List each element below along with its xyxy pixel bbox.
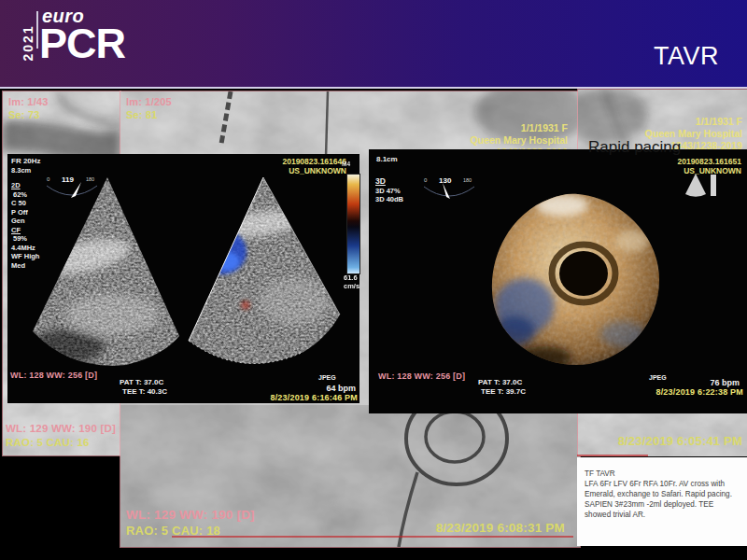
- logo-divider: [36, 11, 38, 49]
- heart-rate: 64 bpm: [326, 384, 356, 393]
- echo-left-frame-rate: FR 20Hz: [11, 157, 41, 166]
- fluoro-left-series: Se: 73: [8, 109, 40, 120]
- fluoro-center-window-level: WL: 129 WW: 190 [D]: [126, 508, 255, 522]
- echo-right-settings: 3D 3D 47% 3D 40dB: [375, 177, 403, 204]
- angle-max: 180: [463, 177, 472, 183]
- logo-year: 2021: [21, 17, 35, 69]
- angle-value: 130: [439, 176, 452, 185]
- ultrasound-sectors: [19, 173, 344, 380]
- notes-line: SAPIEN 3#23mm -2ml deployed. TEE: [585, 499, 741, 510]
- heart-rate: 76 bpm: [710, 378, 740, 387]
- dynamic-range-3d: 3D 40dB: [375, 195, 403, 204]
- fluoro-left-window-level: WL: 129 WW: 190 [D]: [6, 423, 116, 434]
- mode-3d-label: 3D: [375, 177, 403, 187]
- echo-right-timestamp: 8/23/2019 6:22:38 PM: [655, 387, 743, 397]
- tee-temp: TEE T: 39.7C: [481, 387, 526, 396]
- fluoro-right-timestamp: 8/23/2019 6:05:41 PM: [618, 434, 742, 448]
- patient-hospital: Queen Mary Hospital: [471, 134, 568, 147]
- angle-min: 0: [424, 177, 428, 183]
- patient-temp: PAT T: 37.0C: [478, 378, 522, 386]
- colorbar-scale-unit: cm/s: [344, 282, 359, 291]
- format-label: JPEG: [649, 374, 667, 381]
- notes-line: Emerald, exchange to Safari. Rapid pacin…: [585, 489, 741, 499]
- patient-dob: 1/1/1931 F: [645, 116, 742, 128]
- notes-line: LFA 6Fr LFV 6Fr RFA 10Fr. AV cross with: [585, 479, 741, 489]
- echo-panel-3d: 8.1cm 3D 3D 47% 3D 40dB 0 130 180 201908…: [369, 149, 747, 413]
- procedure-notes: TF TAVR LFA 6Fr LFV 6Fr RFA 10Fr. AV cro…: [577, 457, 747, 546]
- tee-temp: TEE T: 40.3C: [122, 387, 167, 396]
- header-banner: 2021 euro PCR TAVR: [0, 0, 747, 87]
- notes-line: showed trivial AR.: [585, 510, 741, 520]
- echo-left-window-level: WL: 128 WW: 256 [D]: [10, 371, 97, 380]
- patient-header-center: 1/1/1931 F Queen Mary Hospital 1343/1238…: [471, 122, 568, 151]
- echo-right-window-level: WL: 128 WW: 256 [D]: [378, 371, 465, 381]
- fluoro-left-gantry-angle: RAO: 5 CAU: 16: [6, 437, 90, 448]
- doppler-colorbar: [346, 174, 360, 274]
- red-divider-line: [172, 536, 573, 538]
- beam-angle-indicator: 0 130 180: [420, 174, 478, 203]
- patient-dob: 1/1/1931 F: [471, 122, 568, 134]
- 3d-valve-render: [473, 187, 693, 378]
- valve-orifice: [559, 251, 608, 296]
- study-id: 20190823.161646: [282, 157, 346, 166]
- colorbar-label: M4: [342, 160, 350, 169]
- format-label: JPEG: [318, 374, 336, 381]
- angle-needle-icon: [443, 183, 450, 199]
- echo-panel-2d-color: FR 20Hz 8.3cm 2D 62% C 50 P Off Gen CF 5…: [7, 154, 359, 403]
- fluoro-left-image-counter: Im: 1/43: [8, 96, 49, 107]
- fluoro-center-timestamp: 8/23/2019 6:08:31 PM: [436, 521, 565, 535]
- slide-title: TAVR: [654, 44, 719, 69]
- red-border-segment: [577, 455, 648, 456]
- color-sector: [189, 177, 340, 364]
- fluoro-center-image-counter: Im: 1/205: [126, 96, 172, 107]
- study-id: 20190823.161651: [677, 157, 741, 166]
- gain-3d: 3D 47%: [375, 187, 403, 196]
- echo-right-depth: 8.1cm: [376, 155, 398, 164]
- echo-left-timestamp: 8/23/2019 6:16:46 PM: [270, 393, 358, 402]
- fluoro-center-series: Se: 81: [126, 109, 158, 120]
- notes-line: TF TAVR: [585, 469, 741, 479]
- rapid-pacing-annotation: Rapid pacing: [588, 138, 681, 157]
- logo-pcr: PCR: [39, 23, 125, 64]
- slide: 2021 euro PCR TAVR: [0, 0, 747, 560]
- patient-temp: PAT T: 37.0C: [120, 378, 163, 386]
